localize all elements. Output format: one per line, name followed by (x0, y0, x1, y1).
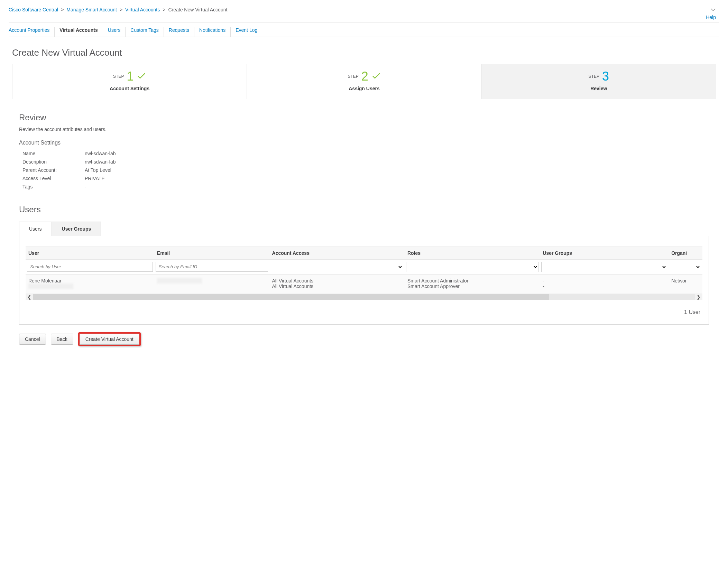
step-title: Assign Users (247, 86, 481, 91)
step-label: STEP (113, 74, 124, 79)
setting-value: - (85, 184, 709, 189)
table-row: Rene Molenaar All Virtual Accounts All V… (26, 274, 702, 294)
breadcrumb-link-cisco-software-central[interactable]: Cisco Software Central (9, 7, 58, 12)
inner-tab-users[interactable]: Users (19, 222, 52, 236)
breadcrumb-separator: > (163, 7, 165, 12)
users-panel: User Email Account Access Roles User Gro… (19, 236, 709, 325)
create-button-highlight: Create Virtual Account (78, 332, 141, 346)
scroll-right-icon[interactable]: ❯ (695, 294, 702, 300)
setting-row-access-level: Access Level PRIVATE (19, 174, 709, 183)
col-email[interactable]: Email (154, 247, 269, 259)
divider (9, 22, 719, 22)
help-link[interactable]: Help (706, 15, 716, 20)
col-roles[interactable]: Roles (405, 247, 540, 259)
group-line: - (543, 284, 666, 289)
step-label: STEP (589, 74, 599, 79)
users-heading: Users (19, 205, 709, 214)
tab-users[interactable]: Users (103, 27, 126, 37)
role-line: Smart Account Approver (407, 284, 537, 289)
review-subtext: Review the account attributes and users. (19, 127, 709, 132)
step-label: STEP (348, 74, 358, 79)
scroll-track[interactable] (33, 294, 695, 300)
user-name: Rene Molenaar (28, 278, 151, 284)
stepper: STEP 1 Account Settings STEP 2 Assign Us… (12, 64, 716, 99)
inner-tab-user-groups[interactable]: User Groups (52, 222, 101, 236)
setting-row-tags: Tags - (19, 183, 709, 191)
tab-virtual-accounts[interactable]: Virtual Accounts (55, 27, 103, 37)
setting-key: Name (22, 151, 85, 156)
col-account-access[interactable]: Account Access (269, 247, 405, 259)
chevron-down-icon[interactable] (710, 7, 716, 12)
group-line: - (543, 278, 666, 284)
setting-row-parent-account: Parent Account: At Top Level (19, 166, 709, 174)
account-settings-heading: Account Settings (19, 140, 709, 146)
setting-row-description: Description nwl-sdwan-lab (19, 158, 709, 166)
setting-value: nwl-sdwan-lab (85, 159, 709, 165)
back-button[interactable]: Back (51, 334, 73, 345)
col-user-groups[interactable]: User Groups (540, 247, 669, 259)
filter-access-select[interactable] (271, 262, 403, 272)
filter-email-input[interactable] (156, 262, 268, 272)
col-organization[interactable]: Organi (669, 247, 702, 259)
step-number: 3 (602, 69, 609, 84)
setting-key: Description (22, 159, 85, 165)
step-title: Review (482, 86, 716, 91)
breadcrumb: Cisco Software Central > Manage Smart Ac… (9, 7, 719, 12)
tab-requests[interactable]: Requests (164, 27, 194, 37)
step-number: 2 (361, 69, 368, 84)
filter-groups-select[interactable] (541, 262, 667, 272)
breadcrumb-separator: > (120, 7, 122, 12)
users-inner-tabs: Users User Groups (19, 221, 709, 236)
step-assign-users: STEP 2 Assign Users (247, 64, 481, 99)
setting-value: nwl-sdwan-lab (85, 151, 709, 156)
scroll-left-icon[interactable]: ❮ (26, 294, 33, 300)
redacted-email (157, 278, 202, 284)
users-table: User Email Account Access Roles User Gro… (26, 247, 702, 300)
setting-value: PRIVATE (85, 176, 709, 181)
breadcrumb-current: Create New Virtual Account (168, 7, 227, 12)
check-icon (137, 72, 146, 80)
check-icon (372, 72, 381, 80)
top-tabs: Account Properties Virtual Accounts User… (9, 27, 719, 37)
setting-value: At Top Level (85, 167, 709, 173)
filter-user-input[interactable] (27, 262, 153, 272)
cancel-button[interactable]: Cancel (19, 334, 46, 345)
role-line: Smart Account Administrator (407, 278, 537, 284)
tab-notifications[interactable]: Notifications (194, 27, 231, 37)
tab-account-properties[interactable]: Account Properties (9, 27, 55, 37)
breadcrumb-separator: > (61, 7, 64, 12)
setting-row-name: Name nwl-sdwan-lab (19, 149, 709, 158)
action-bar: Cancel Back Create Virtual Account (19, 332, 709, 346)
breadcrumb-link-manage-smart-account[interactable]: Manage Smart Account (66, 7, 117, 12)
col-user[interactable]: User (26, 247, 154, 259)
step-account-settings: STEP 1 Account Settings (12, 64, 247, 99)
step-review: STEP 3 Review (481, 64, 716, 99)
review-heading: Review (19, 113, 709, 122)
step-title: Account Settings (12, 86, 247, 91)
setting-key: Parent Account: (22, 167, 85, 173)
tab-event-log[interactable]: Event Log (231, 27, 262, 37)
access-line: All Virtual Accounts (272, 284, 402, 289)
step-number: 1 (127, 69, 133, 84)
filter-roles-select[interactable] (406, 262, 538, 272)
tab-custom-tags[interactable]: Custom Tags (126, 27, 164, 37)
redacted-text (28, 284, 73, 289)
filter-org-select[interactable] (670, 262, 701, 272)
page-title: Create New Virtual Account (12, 47, 719, 58)
create-virtual-account-button[interactable]: Create Virtual Account (80, 334, 139, 345)
access-line: All Virtual Accounts (272, 278, 402, 284)
setting-key: Access Level (22, 176, 85, 181)
user-count: 1 User (26, 300, 702, 317)
setting-key: Tags (22, 184, 85, 189)
horizontal-scrollbar[interactable]: ❮ ❯ (26, 294, 702, 300)
org-line: Networ (671, 278, 700, 284)
breadcrumb-link-virtual-accounts[interactable]: Virtual Accounts (125, 7, 160, 12)
